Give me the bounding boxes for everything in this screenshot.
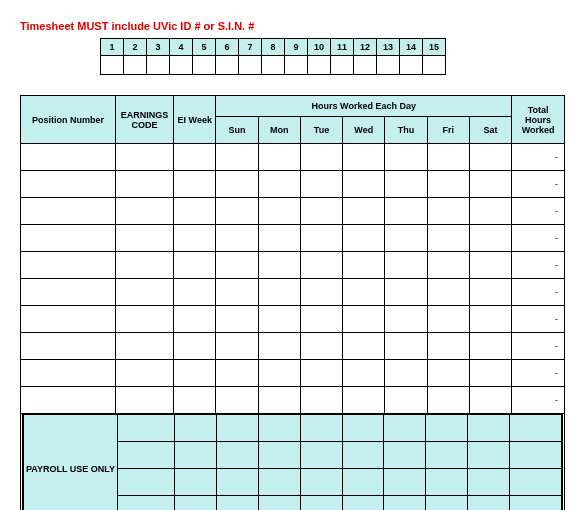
data-cell[interactable] bbox=[258, 279, 300, 306]
data-cell[interactable] bbox=[21, 144, 116, 171]
data-cell[interactable] bbox=[216, 225, 258, 252]
data-cell[interactable] bbox=[216, 279, 258, 306]
data-cell[interactable] bbox=[116, 144, 174, 171]
data-cell[interactable] bbox=[385, 252, 427, 279]
data-cell[interactable] bbox=[258, 171, 300, 198]
data-cell[interactable] bbox=[385, 333, 427, 360]
id-input-cell[interactable] bbox=[262, 56, 285, 75]
data-cell[interactable] bbox=[300, 387, 342, 414]
data-cell[interactable] bbox=[216, 198, 258, 225]
id-input-cell[interactable] bbox=[216, 56, 239, 75]
data-cell[interactable] bbox=[116, 252, 174, 279]
data-cell[interactable] bbox=[21, 360, 116, 387]
id-input-cell[interactable] bbox=[354, 56, 377, 75]
data-cell[interactable] bbox=[385, 171, 427, 198]
data-cell[interactable] bbox=[21, 333, 116, 360]
id-input-cell[interactable] bbox=[124, 56, 147, 75]
data-cell[interactable] bbox=[216, 360, 258, 387]
data-cell[interactable] bbox=[174, 171, 216, 198]
data-cell[interactable] bbox=[343, 144, 385, 171]
data-cell[interactable] bbox=[21, 198, 116, 225]
data-cell[interactable] bbox=[216, 333, 258, 360]
data-cell[interactable] bbox=[427, 144, 469, 171]
id-input-cell[interactable] bbox=[170, 56, 193, 75]
data-cell[interactable] bbox=[116, 387, 174, 414]
data-cell[interactable] bbox=[343, 360, 385, 387]
data-cell[interactable] bbox=[427, 252, 469, 279]
data-cell[interactable] bbox=[427, 306, 469, 333]
data-cell[interactable] bbox=[174, 387, 216, 414]
data-cell[interactable] bbox=[174, 360, 216, 387]
data-cell[interactable] bbox=[300, 144, 342, 171]
data-cell[interactable] bbox=[116, 171, 174, 198]
data-cell[interactable] bbox=[427, 171, 469, 198]
data-cell[interactable] bbox=[300, 225, 342, 252]
data-cell[interactable] bbox=[469, 333, 511, 360]
data-cell[interactable] bbox=[216, 252, 258, 279]
data-cell[interactable] bbox=[258, 360, 300, 387]
data-cell[interactable] bbox=[385, 279, 427, 306]
data-cell[interactable] bbox=[174, 225, 216, 252]
data-cell[interactable] bbox=[21, 279, 116, 306]
data-cell[interactable] bbox=[343, 171, 385, 198]
data-cell[interactable] bbox=[385, 360, 427, 387]
data-cell[interactable] bbox=[216, 387, 258, 414]
data-cell[interactable] bbox=[216, 306, 258, 333]
data-cell[interactable] bbox=[300, 198, 342, 225]
data-cell[interactable] bbox=[216, 144, 258, 171]
id-input-cell[interactable] bbox=[331, 56, 354, 75]
data-cell[interactable] bbox=[343, 333, 385, 360]
id-input-cell[interactable] bbox=[400, 56, 423, 75]
id-input-cell[interactable] bbox=[285, 56, 308, 75]
data-cell[interactable] bbox=[116, 306, 174, 333]
data-cell[interactable] bbox=[469, 360, 511, 387]
data-cell[interactable] bbox=[258, 306, 300, 333]
data-cell[interactable] bbox=[258, 387, 300, 414]
data-cell[interactable] bbox=[343, 279, 385, 306]
id-input-cell[interactable] bbox=[239, 56, 262, 75]
data-cell[interactable] bbox=[258, 225, 300, 252]
data-cell[interactable] bbox=[116, 225, 174, 252]
data-cell[interactable] bbox=[21, 387, 116, 414]
data-cell[interactable] bbox=[469, 144, 511, 171]
data-cell[interactable] bbox=[174, 198, 216, 225]
data-cell[interactable] bbox=[300, 360, 342, 387]
data-cell[interactable] bbox=[343, 387, 385, 414]
data-cell[interactable] bbox=[300, 279, 342, 306]
data-cell[interactable] bbox=[216, 171, 258, 198]
data-cell[interactable] bbox=[343, 198, 385, 225]
data-cell[interactable] bbox=[343, 306, 385, 333]
id-input-cell[interactable] bbox=[423, 56, 446, 75]
data-cell[interactable] bbox=[427, 279, 469, 306]
data-cell[interactable] bbox=[385, 387, 427, 414]
data-cell[interactable] bbox=[21, 225, 116, 252]
data-cell[interactable] bbox=[469, 198, 511, 225]
data-cell[interactable] bbox=[21, 306, 116, 333]
data-cell[interactable] bbox=[116, 360, 174, 387]
data-cell[interactable] bbox=[469, 306, 511, 333]
data-cell[interactable] bbox=[427, 333, 469, 360]
data-cell[interactable] bbox=[469, 387, 511, 414]
data-cell[interactable] bbox=[469, 279, 511, 306]
data-cell[interactable] bbox=[300, 252, 342, 279]
id-input-cell[interactable] bbox=[101, 56, 124, 75]
data-cell[interactable] bbox=[469, 225, 511, 252]
data-cell[interactable] bbox=[174, 279, 216, 306]
data-cell[interactable] bbox=[174, 306, 216, 333]
data-cell[interactable] bbox=[116, 333, 174, 360]
data-cell[interactable] bbox=[427, 225, 469, 252]
data-cell[interactable] bbox=[21, 171, 116, 198]
data-cell[interactable] bbox=[385, 225, 427, 252]
data-cell[interactable] bbox=[258, 198, 300, 225]
data-cell[interactable] bbox=[469, 252, 511, 279]
data-cell[interactable] bbox=[258, 333, 300, 360]
data-cell[interactable] bbox=[469, 171, 511, 198]
data-cell[interactable] bbox=[21, 252, 116, 279]
id-input-cell[interactable] bbox=[377, 56, 400, 75]
data-cell[interactable] bbox=[427, 198, 469, 225]
data-cell[interactable] bbox=[385, 306, 427, 333]
data-cell[interactable] bbox=[300, 306, 342, 333]
data-cell[interactable] bbox=[343, 225, 385, 252]
data-cell[interactable] bbox=[116, 198, 174, 225]
id-input-cell[interactable] bbox=[308, 56, 331, 75]
